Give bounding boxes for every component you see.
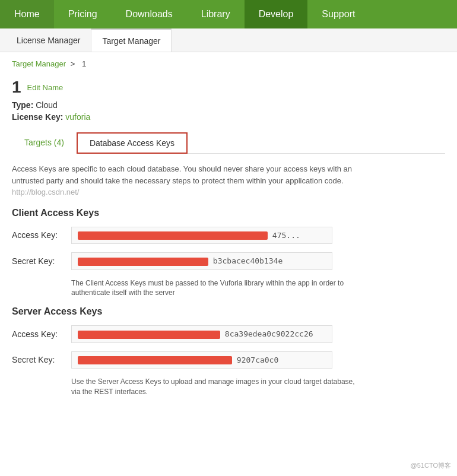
page-id: 1 — [12, 78, 21, 97]
server-secret-key-row: Secret Key: 9207ca0c0 — [12, 351, 445, 369]
nav-home[interactable]: Home — [0, 0, 54, 28]
client-secret-key-value: b3cbacec40b134e — [71, 252, 332, 270]
server-secret-key-value: 9207ca0c0 — [71, 351, 332, 369]
server-key-note: Use the Server Access Keys to upload and… — [71, 377, 356, 397]
breadcrumb: Target Manager > 1 — [0, 52, 457, 72]
license-row: License Key: vuforia — [12, 112, 445, 122]
keys-section: Access Keys are specific to each cloud d… — [12, 154, 445, 410]
server-secret-key-label: Secret Key: — [12, 355, 71, 364]
client-secret-key-label: Secret Key: — [12, 256, 71, 266]
client-secret-key-suffix: b3cbacec40b134e — [213, 256, 283, 265]
server-access-key-label: Access Key: — [12, 329, 71, 339]
subnav-target-manager[interactable]: Target Manager — [91, 28, 172, 52]
client-access-keys-section: Client Access Keys Access Key: 475... Se… — [12, 208, 445, 299]
breadcrumb-current: 1 — [82, 59, 86, 68]
client-access-key-redacted — [78, 231, 268, 240]
server-secret-key-redacted — [78, 356, 232, 364]
tab-targets[interactable]: Targets (4) — [12, 132, 77, 154]
client-access-key-value: 475... — [71, 227, 332, 245]
edit-name-link[interactable]: Edit Name — [27, 83, 64, 92]
page-content: 1 Edit Name Type: Cloud License Key: vuf… — [0, 72, 457, 422]
tab-database-access-keys[interactable]: Database Access Keys — [77, 132, 188, 154]
sub-nav: License Manager Target Manager — [0, 28, 457, 52]
type-value-text: Cloud — [36, 100, 58, 110]
nav-support[interactable]: Support — [307, 0, 369, 28]
client-secret-key-redacted — [78, 258, 208, 266]
server-access-key-value: 8ca39edea0c9022cc26 — [71, 325, 332, 343]
client-section-title: Client Access Keys — [12, 208, 445, 218]
server-access-key-suffix: 8ca39edea0c9022cc26 — [225, 329, 313, 338]
license-label: License Key: — [12, 112, 63, 122]
breadcrumb-parent-link[interactable]: Target Manager — [12, 59, 66, 68]
server-section-title: Server Access Keys — [12, 306, 445, 317]
watermark-text: http://blog.csdn.net/ — [12, 188, 79, 196]
top-nav: Home Pricing Downloads Library Develop S… — [0, 0, 457, 28]
server-access-keys-section: Server Access Keys Access Key: 8ca39edea… — [12, 306, 445, 397]
nav-pricing[interactable]: Pricing — [54, 0, 112, 28]
server-access-key-row: Access Key: 8ca39edea0c9022cc26 — [12, 325, 445, 343]
nav-library[interactable]: Library — [187, 0, 245, 28]
subnav-license-manager[interactable]: License Manager — [6, 28, 91, 52]
type-label: Type: — [12, 100, 33, 110]
tabs: Targets (4) Database Access Keys — [12, 132, 445, 154]
server-access-key-redacted — [78, 331, 220, 339]
server-secret-key-suffix: 9207ca0c0 — [237, 356, 278, 364]
client-access-key-row: Access Key: 475... — [12, 227, 445, 245]
breadcrumb-separator: > — [71, 59, 75, 68]
page-id-row: 1 Edit Name — [12, 78, 445, 97]
client-secret-key-row: Secret Key: b3cbacec40b134e — [12, 252, 445, 270]
client-access-key-label: Access Key: — [12, 230, 71, 240]
nav-downloads[interactable]: Downloads — [112, 0, 187, 28]
type-row: Type: Cloud — [12, 100, 445, 110]
client-key-note: The Client Access Keys must be passed to… — [71, 278, 356, 299]
client-access-key-suffix: 475... — [272, 231, 300, 240]
nav-develop[interactable]: Develop — [245, 0, 308, 28]
access-keys-description: Access Keys are specific to each cloud d… — [12, 163, 380, 198]
license-value-link[interactable]: vuforia — [65, 112, 90, 122]
